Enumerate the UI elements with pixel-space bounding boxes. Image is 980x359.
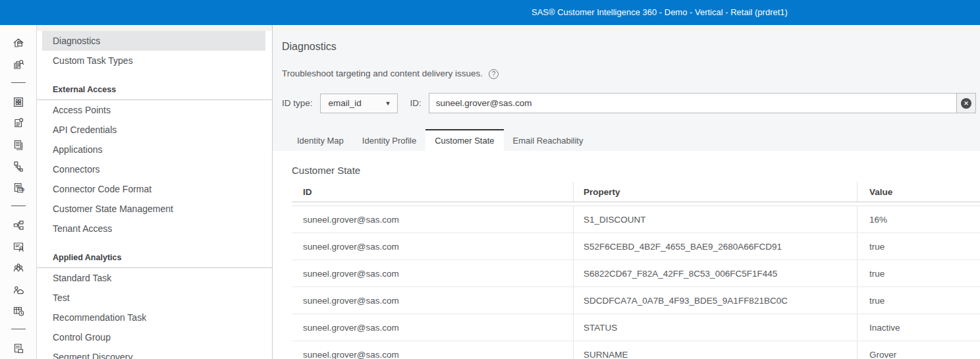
- section-title: Customer State: [292, 165, 980, 176]
- sidebar-item-control-group[interactable]: Control Group: [42, 327, 265, 347]
- help-icon[interactable]: ?: [489, 69, 499, 79]
- app-shell: 123 DiagnosticsCustom Task TypesExternal…: [0, 25, 980, 359]
- sidebar-item-customer-state-management[interactable]: Customer State Management: [42, 199, 265, 219]
- table-body: suneel.grover@sas.comS1_DISCOUNT16%sunee…: [292, 206, 980, 359]
- card-person-icon[interactable]: [0, 236, 36, 258]
- sidebar-item-recommendation-task[interactable]: Recommendation Task: [42, 308, 265, 327]
- sidebar-item-segment-discovery[interactable]: Segment Discovery: [42, 347, 265, 359]
- sidebar-item-access-points[interactable]: Access Points: [42, 100, 265, 120]
- sidebar-top-strip: [37, 25, 272, 31]
- app-top-bar: SAS® Customer Intelligence 360 - Demo - …: [0, 0, 980, 25]
- rail-divider: [11, 82, 26, 83]
- home-icon[interactable]: [0, 32, 36, 54]
- cell-property: SURNAME: [574, 341, 858, 359]
- tab-email-reachability[interactable]: Email Reachability: [504, 129, 593, 151]
- column-header-value: Value: [858, 182, 980, 202]
- tab-identity-profile[interactable]: Identity Profile: [353, 129, 425, 151]
- cell-value: 16%: [858, 206, 980, 233]
- table-row: suneel.grover@sas.comS52F6CEBD_4B2F_4655…: [292, 233, 980, 260]
- tab-content: Customer State IDPropertyValue suneel.gr…: [273, 151, 980, 359]
- chevron-down-icon: ▼: [385, 100, 391, 107]
- sidebar-item-standard-task[interactable]: Standard Task: [42, 268, 265, 288]
- svg-text:123: 123: [18, 188, 24, 192]
- id-lookup-row: ID type: email_id ▼ ID: ✕: [282, 93, 976, 113]
- sidebar-item-diagnostics[interactable]: Diagnostics: [42, 31, 265, 51]
- pages-123-icon[interactable]: 123: [0, 177, 36, 199]
- tab-identity-map[interactable]: Identity Map: [288, 129, 353, 151]
- person-cloud-icon[interactable]: [0, 279, 36, 300]
- admin-sidebar: DiagnosticsCustom Task TypesExternal Acc…: [37, 25, 273, 359]
- id-type-value: email_id: [329, 98, 362, 108]
- page-subtitle: Troubleshoot targeting and content deliv…: [282, 68, 483, 80]
- customer-state-table: IDPropertyValue suneel.grover@sas.comS1_…: [292, 182, 980, 359]
- cell-id: suneel.grover@sas.com: [292, 341, 574, 359]
- cell-value: true: [858, 233, 980, 260]
- column-header-property: Property: [574, 182, 858, 202]
- grid-icon[interactable]: [0, 91, 36, 113]
- sidebar-item-connector-code-format[interactable]: Connector Code Format: [42, 179, 265, 199]
- rail-divider: [11, 206, 26, 206]
- cell-property: S1_DISCOUNT: [574, 206, 858, 233]
- sidebar-section-external-access: External Access: [37, 79, 272, 100]
- sidebar-item-test[interactable]: Test: [42, 288, 265, 308]
- sidebar-item-applications[interactable]: Applications: [42, 140, 265, 159]
- sidebar-item-connectors[interactable]: Connectors: [42, 159, 265, 179]
- cell-value: true: [858, 287, 980, 314]
- documents-icon[interactable]: [0, 134, 36, 155]
- main-header-area: Diagnostics Troubleshoot targeting and c…: [273, 25, 980, 151]
- id-type-dropdown[interactable]: email_id ▼: [320, 94, 398, 113]
- id-label: ID:: [410, 98, 422, 108]
- cell-id: suneel.grover@sas.com: [292, 233, 574, 260]
- tab-customer-state[interactable]: Customer State: [425, 129, 503, 151]
- sidebar-section-label: External Access: [53, 85, 116, 94]
- cell-property: S52F6CEBD_4B2F_4655_BAE9_2680A66FCD91: [574, 233, 858, 260]
- main-panel: Diagnostics Troubleshoot targeting and c…: [273, 25, 980, 359]
- icon-rail: 123: [0, 25, 37, 359]
- sitemap-icon[interactable]: [0, 214, 36, 236]
- table-clock-icon[interactable]: [0, 300, 36, 322]
- clear-icon: ✕: [961, 98, 971, 109]
- cell-property: S6822CD67_F82A_42FF_8C53_006FC5F1F445: [574, 260, 858, 287]
- app-title: SAS® Customer Intelligence 360 - Demo - …: [531, 0, 788, 25]
- clear-id-button[interactable]: ✕: [956, 93, 976, 113]
- cell-property: STATUS: [574, 314, 858, 341]
- table-row: suneel.grover@sas.comSDCDFCA7A_0A7B_4F93…: [292, 287, 980, 314]
- sidebar-item-api-credentials[interactable]: API Credentials: [42, 120, 265, 140]
- people-icon[interactable]: [0, 258, 36, 279]
- column-header-id: ID: [292, 182, 574, 202]
- cell-value: Grover: [858, 341, 980, 359]
- page-subtitle-row: Troubleshoot targeting and content deliv…: [282, 68, 976, 80]
- building-search-icon[interactable]: [0, 54, 36, 76]
- cell-id: suneel.grover@sas.com: [292, 260, 574, 287]
- task-badge-icon[interactable]: [0, 113, 36, 134]
- sidebar-section-label: Applied Analytics: [53, 253, 121, 262]
- table-row: suneel.grover@sas.comSURNAMEGrover: [292, 341, 980, 359]
- hierarchy-icon[interactable]: [0, 155, 36, 177]
- document-flag-icon[interactable]: [0, 337, 36, 359]
- cell-id: suneel.grover@sas.com: [292, 314, 574, 341]
- sidebar-item-custom-task-types[interactable]: Custom Task Types: [42, 51, 265, 70]
- id-input[interactable]: [429, 93, 956, 113]
- cell-id: suneel.grover@sas.com: [292, 206, 574, 233]
- sidebar-items: DiagnosticsCustom Task TypesExternal Acc…: [37, 31, 272, 359]
- sidebar-section-applied-analytics: Applied Analytics: [37, 247, 272, 268]
- table-row: suneel.grover@sas.comSTATUSInactive: [292, 314, 980, 341]
- cell-id: suneel.grover@sas.com: [292, 287, 574, 314]
- table-row: suneel.grover@sas.comS1_DISCOUNT16%: [292, 206, 980, 233]
- diagnostics-tabs: Identity MapIdentity ProfileCustomer Sta…: [282, 129, 976, 151]
- page-title: Diagnostics: [282, 41, 976, 52]
- rail-divider: [11, 329, 26, 329]
- cell-value: true: [858, 260, 980, 287]
- table-header-row: IDPropertyValue: [292, 182, 980, 202]
- table-row: suneel.grover@sas.comS6822CD67_F82A_42FF…: [292, 260, 980, 287]
- cell-property: SDCDFCA7A_0A7B_4F93_BDE5_9A1FF821BC0C: [574, 287, 858, 314]
- sidebar-item-tenant-access[interactable]: Tenant Access: [42, 219, 265, 238]
- id-type-label: ID type:: [282, 98, 313, 108]
- cell-value: Inactive: [858, 314, 980, 341]
